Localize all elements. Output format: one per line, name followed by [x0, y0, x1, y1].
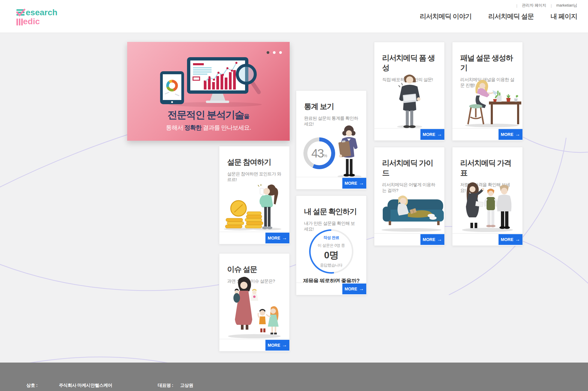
stats-percent-value: 43: [312, 147, 324, 160]
arrow-right-icon: →: [515, 237, 520, 242]
card-title: 리서치메딕 가격표: [452, 147, 522, 178]
logo-m-icon: [16, 18, 23, 25]
carousel-dot-2[interactable]: [273, 51, 276, 54]
card-stats[interactable]: 통계 보기 완료된 설문의 통계를 확인하세요! 43 % MORE→: [296, 90, 367, 190]
card-mysurvey[interactable]: 내 설문 확인하기 내가 만든 설문을 확인해 보세요! 작성 완료 이 설문은…: [296, 196, 367, 295]
card-footer: MORE→: [296, 283, 366, 295]
card-footer: MORE→: [374, 128, 444, 140]
footer-company-value: 주식회사 마케시안헬스케어: [59, 383, 112, 388]
card-price[interactable]: 리서치메딕 가격표 저렴한 가격을 확인해 보세요! MORE→: [452, 147, 523, 246]
page-footer: 상호 : 주식회사 마케시안헬스케어 대표명 : 고상원: [0, 363, 588, 391]
more-button[interactable]: MORE→: [499, 129, 522, 140]
mysurvey-status-badge: 작성 완료: [323, 235, 339, 240]
analytics-illustration: [151, 56, 268, 108]
arrow-right-icon: →: [359, 181, 364, 185]
card-title: 설문 참여하기: [219, 146, 289, 167]
separator: |: [516, 3, 517, 8]
card-footer: MORE→: [296, 177, 366, 189]
hero-banner[interactable]: 전문적인 분석기술을 통해서 정확한 결과를 만나보세요.: [127, 42, 290, 141]
card-title: 내 설문 확인하기: [296, 196, 366, 216]
logo-r-icon: [16, 9, 25, 16]
main-nav: 리서치메딕 이야기 리서치메딕 설문 내 페이지: [420, 12, 577, 21]
nav-item-story[interactable]: 리서치메딕 이야기: [420, 12, 472, 21]
carousel-dots: [267, 51, 282, 54]
footer-company-label: 상호 :: [26, 383, 37, 388]
card-title: 패널 설문 생성하기: [452, 42, 522, 73]
utility-links: | 관리자 페이지 | marketian님: [516, 3, 577, 8]
card-issue[interactable]: 이슈 설문 과연 오늘의 이슈 설문은?: [219, 253, 290, 351]
arrow-right-icon: →: [437, 132, 442, 137]
more-button[interactable]: MORE→: [420, 129, 444, 140]
card-title: 이슈 설문: [219, 254, 289, 274]
card-footer: MORE→: [452, 128, 522, 140]
arrow-right-icon: →: [515, 132, 520, 137]
logo-text-medic: edic: [23, 18, 40, 25]
nav-item-mypage[interactable]: 내 페이지: [551, 12, 577, 21]
separator: |: [551, 3, 552, 8]
banner-caption: 전문적인 분석기술을 통해서 정확한 결과를 만나보세요.: [127, 108, 290, 132]
participate-illustration: [223, 177, 286, 231]
stats-person-illustration: [334, 124, 364, 178]
price-people-illustration: [459, 176, 516, 232]
card-panel-create[interactable]: 패널 설문 생성하기 리서치메딕 패널을 이용한 설문 진행! MORE→: [452, 42, 523, 141]
mysurvey-count: 0명: [324, 249, 338, 262]
card-footer: MORE→: [219, 232, 289, 244]
card-footer: MORE→: [374, 233, 444, 245]
carousel-dot-1[interactable]: [267, 51, 269, 54]
arrow-right-icon: →: [282, 236, 287, 240]
nav-item-survey[interactable]: 리서치메딕 설문: [488, 12, 534, 21]
card-guide[interactable]: 리서치메딕 가이드 리서치메딕은 어떻게 이용하는 걸까? MORE→: [374, 147, 445, 246]
mysurvey-line2: 응답했습니다: [320, 263, 343, 268]
more-button[interactable]: MORE→: [420, 234, 444, 245]
logo-check-icon: [16, 8, 26, 17]
mysurvey-line1: 이 설문은 0명 중: [317, 243, 345, 248]
more-button[interactable]: MORE→: [499, 234, 522, 245]
panel-plants-illustration: [459, 70, 522, 128]
issue-family-illustration: [226, 275, 283, 339]
more-button[interactable]: MORE→: [342, 178, 366, 189]
footer-ceo-label: 대표명 :: [158, 383, 173, 388]
card-participate[interactable]: 설문 참여하기 설문은 참여하면 포인트가 와르르! MORE→: [219, 146, 290, 244]
card-title: 리서치메딕 가이드: [374, 147, 444, 178]
card-title: 통계 보기: [296, 91, 366, 111]
stats-percent-unit: %: [323, 153, 327, 158]
more-button[interactable]: MORE→: [265, 340, 289, 351]
carousel-dot-3[interactable]: [279, 51, 282, 54]
stats-donut-chart: 43 %: [303, 137, 335, 169]
admin-page-link[interactable]: 관리자 페이지: [522, 3, 546, 8]
more-button[interactable]: MORE→: [342, 284, 366, 294]
banner-title: 전문적인 분석기술을: [127, 108, 290, 122]
footer-ceo-value: 고상원: [180, 383, 193, 388]
card-footer: MORE→: [219, 339, 289, 351]
guide-sofa-illustration: [376, 187, 444, 232]
mysurvey-progress-ring: 작성 완료 이 설문은 0명 중 0명 응답했습니다: [309, 229, 353, 274]
arrow-right-icon: →: [282, 343, 287, 347]
username-link[interactable]: marketian님: [556, 3, 577, 8]
banner-subtitle: 통해서 정확한 결과를 만나보세요.: [127, 124, 290, 132]
card-footer: MORE→: [452, 233, 522, 245]
more-button[interactable]: MORE→: [265, 233, 289, 243]
arrow-right-icon: →: [437, 237, 442, 242]
card-form-create[interactable]: 리서치메딕 폼 생성 직접 배포하는 나만의 설문! MORE→: [374, 42, 445, 141]
logo-text-research: esearch: [26, 9, 57, 16]
top-header: esearch edic | 관리자 페이지 | marketian님 리서치메…: [0, 0, 588, 33]
logo[interactable]: esearch edic: [16, 7, 57, 25]
form-person-illustration: [392, 70, 428, 128]
arrow-right-icon: →: [359, 287, 364, 291]
card-title: 리서치메딕 폼 생성: [374, 42, 444, 73]
